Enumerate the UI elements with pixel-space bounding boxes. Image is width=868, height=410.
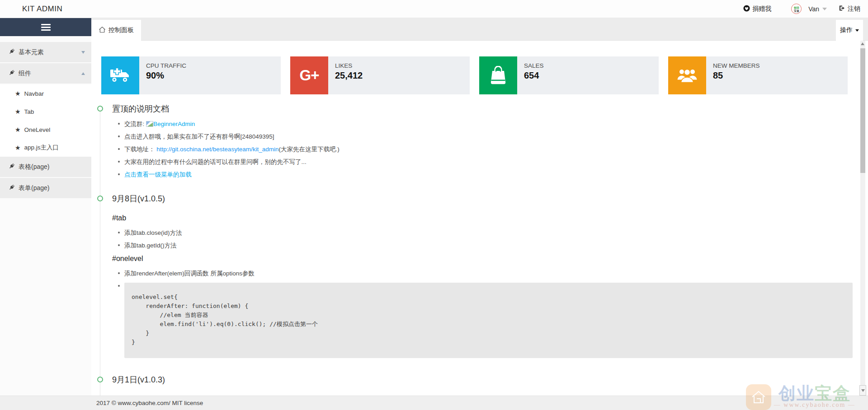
- sign-out-icon: [839, 5, 845, 13]
- shopping-bag-icon: [479, 56, 517, 94]
- sidebar-toggle-button[interactable]: [0, 18, 91, 36]
- sidebar-subitem-label: Tab: [24, 108, 34, 115]
- avatar-text-top: 创业: [794, 6, 799, 9]
- list-item: 添加tab.getId()方法: [118, 242, 853, 249]
- home-icon: [99, 26, 106, 34]
- stat-label: CPU TRAFFIC: [146, 62, 186, 69]
- vertical-scrollbar[interactable]: [860, 41, 865, 396]
- sidebar-item-label: 基本元素: [19, 48, 81, 56]
- scroll-down-button[interactable]: [859, 385, 866, 396]
- list-item-code: onelevel.set{ renderAfter: function(elem…: [118, 283, 853, 358]
- sidebar-item-label: 组件: [19, 70, 81, 78]
- plug-icon: [9, 163, 15, 171]
- page: KIT ADMIN 捐赠我 创业 宝盒 Van 注销: [0, 0, 868, 410]
- donate-button[interactable]: 捐赠我: [743, 5, 771, 13]
- tab-label: 控制面板: [108, 26, 134, 34]
- logout-button[interactable]: 注销: [839, 5, 860, 13]
- sidebar-subitem-label: Navbar: [24, 90, 44, 97]
- scroll-down-arrow-icon: [861, 389, 865, 392]
- stat-box-likes: G+ LIKES 25,412: [290, 56, 470, 94]
- list-item: 下载地址： http://git.oschina.net/besteasytea…: [118, 146, 853, 153]
- sidebar-subitem-onelevel[interactable]: ★ OneLevel: [0, 121, 91, 139]
- bullet-text: 大家在用的过程中有什么问题的话可以在群里问啊，别的先不写了...: [124, 158, 307, 165]
- heart-circle-icon: [743, 5, 750, 13]
- scrollbar-thumb[interactable]: [860, 48, 865, 173]
- action-label: 操作: [840, 26, 853, 34]
- list-item: 交流群: BeginnerAdmin: [118, 121, 853, 127]
- first-level-menu-link[interactable]: 点击查看一级菜单的加载: [124, 171, 192, 178]
- broken-image-icon: [146, 121, 153, 127]
- tab-bar: 控制面板 操作: [91, 18, 868, 41]
- sidebar-item-components[interactable]: 组件: [0, 63, 91, 84]
- copyright-text: 2017 © www.cybaohe.com/ MIT license: [0, 400, 203, 406]
- logout-label: 注销: [848, 5, 860, 13]
- list-item: 大家在用的过程中有什么问题的话可以在群里问啊，别的先不写了...: [118, 158, 853, 165]
- star-icon: ★: [15, 126, 21, 133]
- timeline-section-v105: 9月8日(v1.0.5) #tab 添加tab.close(id)方法 添加ta…: [97, 193, 853, 358]
- action-dropdown-button[interactable]: 操作: [836, 20, 863, 41]
- bullet-text: 添加tab.close(id)方法: [124, 229, 182, 236]
- code-block: onelevel.set{ renderAfter: function(elem…: [124, 283, 853, 358]
- stat-box-sales: SALES 654: [479, 56, 659, 94]
- bullet-text: 点击进入群哦，如果实在加不了还有群号啊[248049395]: [124, 133, 274, 140]
- tab-dashboard[interactable]: 控制面板: [91, 20, 141, 41]
- timeline-dot-icon: [97, 196, 103, 201]
- star-icon: ★: [15, 90, 21, 97]
- timeline-dot-icon: [97, 106, 103, 112]
- list-item: 添加tab.close(id)方法: [118, 229, 853, 236]
- chevron-down-icon: [822, 8, 827, 10]
- chevron-down-icon: [81, 51, 85, 54]
- bullet-text: 添加tab.getId()方法: [124, 242, 177, 249]
- user-menu[interactable]: Van: [808, 5, 827, 13]
- bullet-text: (大家先在这里下载吧.): [278, 146, 339, 153]
- sidebar-subitem-navbar[interactable]: ★ Navbar: [0, 84, 91, 102]
- user-name: Van: [808, 5, 819, 13]
- star-icon: ★: [15, 108, 21, 115]
- stat-value: 85: [713, 70, 760, 81]
- sidebar-item-table-page[interactable]: 表格(page): [0, 157, 91, 177]
- sidebar: 基本元素 组件 ★ Navbar ★ Tab: [0, 18, 91, 396]
- avatar-text-bottom: 宝盒: [794, 9, 799, 12]
- list-item: 点击查看一级菜单的加载: [118, 171, 853, 178]
- timeline-dot-icon: [97, 377, 103, 382]
- subsection-heading: #tab: [112, 214, 853, 222]
- subsection-heading: #onelevel: [112, 255, 853, 263]
- download-link[interactable]: http://git.oschina.net/besteasyteam/kit_…: [156, 146, 278, 153]
- changelog-timeline: 置顶的说明文档 交流群: BeginnerAdmin 点击进入群哦，如果实在加不…: [97, 103, 853, 396]
- caret-down-icon: [855, 29, 859, 32]
- sidebar-nav: 基本元素 组件 ★ Navbar ★ Tab: [0, 42, 91, 198]
- stat-label: NEW MEMBERS: [713, 62, 760, 69]
- timeline-section-v103: 9月1日(v1.0.3) #添加两个主题(欢迎你们去配很好看的色彩，反馈给我，然…: [97, 374, 853, 396]
- bullet-text: 交流群:: [124, 121, 146, 127]
- beginner-admin-link[interactable]: BeginnerAdmin: [153, 121, 195, 127]
- sidebar-item-basic-elements[interactable]: 基本元素: [0, 42, 91, 62]
- sidebar-item-form-page[interactable]: 表单(page): [0, 178, 91, 198]
- page-footer: 2017 © www.cybaohe.com/ MIT license: [0, 396, 868, 410]
- list-item: 添加renderAfter(elem)回调函数 所属options参数: [118, 270, 853, 277]
- bullet-text: 下载地址：: [124, 146, 156, 153]
- sidebar-submenu: ★ Navbar ★ Tab ★ OneLevel ★ app.js主入口: [0, 84, 91, 157]
- header-right: 捐赠我 创业 宝盒 Van 注销: [743, 4, 860, 14]
- sidebar-subitem-tab[interactable]: ★ Tab: [0, 102, 91, 121]
- stat-value: 654: [524, 70, 544, 81]
- donate-label: 捐赠我: [752, 5, 771, 13]
- user-avatar[interactable]: 创业 宝盒: [791, 4, 802, 14]
- plug-icon: [9, 184, 15, 192]
- sidebar-item-label: 表单(page): [19, 184, 85, 192]
- app-title: KIT ADMIN: [22, 5, 62, 14]
- app-header: KIT ADMIN 捐赠我 创业 宝盒 Van 注销: [0, 0, 868, 18]
- stat-box-cpu-traffic: CPU TRAFFIC 90%: [101, 56, 281, 94]
- plug-icon: [9, 48, 15, 56]
- scroll-up-arrow-icon[interactable]: [861, 42, 864, 45]
- section-title: 9月1日(v1.0.3): [112, 374, 853, 385]
- ambulance-icon: [101, 56, 139, 94]
- content-panel: CPU TRAFFIC 90% G+ LIKES 25,412: [91, 41, 868, 396]
- stat-label: LIKES: [335, 62, 363, 69]
- section-title: 9月8日(v1.0.5): [112, 193, 853, 204]
- sidebar-subitem-appjs-entry[interactable]: ★ app.js主入口: [0, 139, 91, 157]
- sidebar-subitem-label: app.js主入口: [24, 144, 59, 152]
- sidebar-item-label: 表格(page): [19, 163, 85, 171]
- stat-label: SALES: [524, 62, 544, 69]
- code-snippet: onelevel.set{ renderAfter: function(elem…: [132, 293, 844, 347]
- google-plus-icon: G+: [290, 56, 328, 94]
